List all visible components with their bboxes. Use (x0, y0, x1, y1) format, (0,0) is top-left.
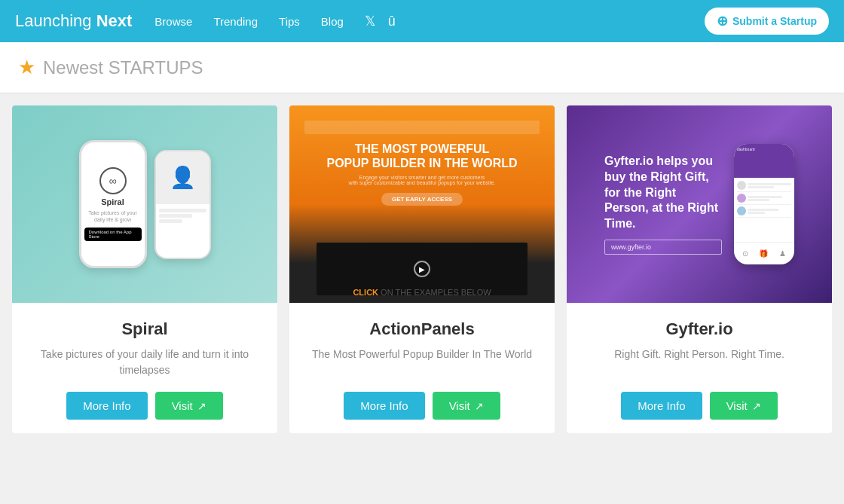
gyfter-list-item-2 (737, 192, 791, 205)
gyfter-item-lines-2 (748, 195, 791, 202)
gyfter-title: Gyfter.io (665, 319, 732, 339)
spiral-card-image: ∞ Spiral Take pictures of your daily lif… (12, 105, 277, 303)
action-headline: THE MOST POWERFULPOPUP BUILDER IN THE WO… (326, 142, 517, 170)
spiral-more-info-button[interactable]: More Info (66, 392, 147, 420)
section-heading-light: STARTUPS (109, 57, 203, 78)
twitter-icon[interactable]: 𝕏 (365, 13, 376, 29)
gyfter-description: Right Gift. Right Person. Right Time. (614, 347, 784, 378)
gyfter-item-lines-1 (748, 182, 791, 189)
play-icon: ▶ (414, 261, 430, 277)
spiral-card-actions: More Info Visit ↗ (66, 392, 222, 420)
gyfter-card-image: Gyfter.io helps you buy the Right Gift, … (567, 105, 832, 303)
gyfter-card-body: Gyfter.io Right Gift. Right Person. Righ… (567, 303, 832, 433)
actionpanels-description: The Most Powerful Popup Builder In The W… (312, 347, 532, 378)
gyfter-line-b (748, 186, 774, 188)
actionpanels-visit-label: Visit (449, 399, 470, 412)
actionpanels-card-body: ActionPanels The Most Powerful Popup Bui… (289, 303, 555, 433)
spiral-phone-desc: Take pictures of your daily life & grow (84, 209, 142, 223)
person-icon: 👤 (170, 165, 196, 190)
gyfter-list-item-1 (737, 179, 791, 192)
action-cta-button: GET EARLY ACCESS (381, 193, 463, 206)
main-nav: Browse Trending Tips Blog 𝕏 û (154, 13, 705, 29)
phone-bottom-area (156, 204, 209, 228)
action-header-bar (304, 121, 540, 134)
actionpanels-more-info-button[interactable]: More Info (344, 392, 424, 420)
spiral-phone-main: ∞ Spiral Take pictures of your daily lif… (79, 140, 147, 268)
gyfter-line-a (748, 183, 791, 185)
spiral-visit-button[interactable]: Visit ↗ (155, 392, 223, 420)
home-tab-icon: ⊙ (742, 249, 748, 258)
gyfter-phone-list (734, 178, 794, 242)
spiral-description: Take pictures of your daily life and tur… (27, 347, 262, 378)
spiral-phone-secondary: 👤 (154, 150, 211, 259)
social-icons: 𝕏 û (365, 13, 396, 29)
action-click-text: CLICK ON THE EXAMPLES BELOW (353, 288, 491, 297)
spiral-card-body: Spiral Take pictures of your daily life … (12, 303, 277, 433)
star-icon: ★ (18, 56, 35, 79)
gift-tab-icon: 🎁 (759, 249, 768, 258)
gyfter-more-info-button[interactable]: More Info (621, 392, 702, 420)
section-header: ★ Newest STARTUPS (0, 42, 844, 93)
site-header: Launching Next Browse Trending Tips Blog… (0, 0, 844, 42)
gyfter-avatar-1 (737, 181, 746, 190)
gyfter-avatar-2 (737, 194, 746, 203)
startup-card-actionpanels: THE MOST POWERFULPOPUP BUILDER IN THE WO… (289, 105, 555, 433)
nav-trending[interactable]: Trending (213, 15, 258, 28)
site-logo[interactable]: Launching Next (15, 11, 132, 31)
gyfter-avatar-3 (737, 206, 746, 215)
gyfter-visit-label: Visit (726, 399, 748, 412)
gyfter-link-badge: www.gyfter.io (604, 240, 722, 255)
section-title-text: Newest STARTUPS (43, 57, 203, 78)
nav-blog[interactable]: Blog (321, 15, 344, 28)
gyfter-item-lines-3 (748, 208, 791, 215)
spiral-phone-label: Spiral (101, 197, 124, 206)
gyfter-phone-top: dashboard (734, 144, 794, 178)
action-subtext: Engage your visitors smarter and get mor… (349, 175, 496, 185)
phone-person-area: 👤 (156, 151, 209, 205)
section-heading-bold: Newest (43, 57, 103, 78)
spiral-illustration: ∞ Spiral Take pictures of your daily lif… (12, 105, 277, 303)
app-store-badge: Download on the App Store (84, 228, 142, 241)
phone-line-2 (159, 214, 192, 218)
startup-card-gyfter: Gyfter.io helps you buy the Right Gift, … (567, 105, 832, 433)
gyfter-list-item-3 (737, 205, 791, 218)
phone-line-3 (159, 219, 183, 223)
gyfter-line-e (748, 209, 778, 211)
gyfter-phone-mock: dashboard (734, 144, 794, 264)
external-link-icon-2: ↗ (475, 400, 484, 412)
plus-icon: ⊕ (717, 13, 728, 29)
gyfter-line-f (748, 212, 765, 214)
phone-line-1 (159, 209, 206, 212)
actionpanels-title: ActionPanels (369, 319, 474, 339)
gyfter-phone-bottom: ⊙ 🎁 ♟ (734, 242, 794, 264)
gyfter-tagline: Gyfter.io helps you buy the Right Gift, … (604, 154, 722, 232)
startup-grid: ∞ Spiral Take pictures of your daily lif… (0, 93, 844, 445)
nav-browse[interactable]: Browse (154, 15, 192, 28)
facebook-icon[interactable]: û (388, 14, 396, 29)
logo-bold: Next (96, 11, 133, 30)
nav-tips[interactable]: Tips (279, 15, 300, 28)
profile-tab-icon: ♟ (779, 249, 786, 258)
spiral-logo-circle: ∞ (99, 167, 127, 194)
action-click-sub: ON THE EXAMPLES BELOW (381, 288, 491, 297)
gyfter-text-area: Gyfter.io helps you buy the Right Gift, … (604, 154, 722, 255)
spiral-title: Spiral (121, 319, 167, 339)
gyfter-card-actions: More Info Visit ↗ (621, 392, 777, 420)
spiral-visit-label: Visit (172, 399, 193, 412)
submit-label: Submit a Startup (732, 15, 817, 27)
startup-card-spiral: ∞ Spiral Take pictures of your daily lif… (12, 105, 277, 433)
logo-regular: Launching (15, 11, 96, 30)
gyfter-line-c (748, 196, 782, 198)
gyfter-phone-header-text: dashboard (737, 147, 791, 151)
gyfter-visit-button[interactable]: Visit ↗ (710, 392, 778, 420)
actionpanels-card-image: THE MOST POWERFULPOPUP BUILDER IN THE WO… (289, 105, 555, 303)
external-link-icon: ↗ (197, 400, 206, 412)
gyfter-line-d (748, 199, 769, 201)
actionpanels-card-actions: More Info Visit ↗ (344, 392, 500, 420)
external-link-icon-3: ↗ (752, 400, 761, 412)
actionpanels-visit-button[interactable]: Visit ↗ (433, 392, 500, 420)
submit-startup-button[interactable]: ⊕ Submit a Startup (705, 8, 829, 35)
